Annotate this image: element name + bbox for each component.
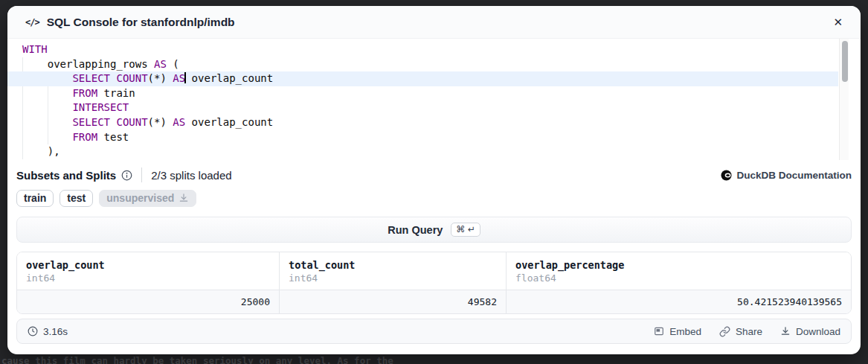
modal-header: </> SQL Console for stanfordnlp/imdb ✕ [7,6,861,39]
code-line[interactable]: ), [7,144,861,159]
sql-text: train [97,87,135,99]
code-line[interactable]: FROM test [7,130,861,145]
duckdb-documentation-label: DuckDB Documentation [736,170,852,181]
sql-keyword: AS [173,116,185,128]
sql-text: overlapping_rows [22,58,154,70]
sql-text: overlap_count [185,116,273,128]
sql-text: ), [22,145,60,157]
split-tag-train[interactable]: train [16,190,54,207]
embed-button[interactable]: Embed [654,326,701,337]
background-page-text: cause this film can hardly be taken seri… [1,355,864,364]
sql-text [22,87,72,99]
sql-editor[interactable]: WITH overlapping_rows AS ( SELECT COUNT(… [7,39,861,160]
table-cell: 49582 [280,290,507,313]
results-footer: 3.16s EmbedShareDownload [16,319,852,344]
sql-keyword: SELECT [72,72,110,84]
footer-actions: EmbedShareDownload [654,326,840,337]
column-header-total_count: total_countint64 [280,252,507,290]
modal-title: SQL Console for stanfordnlp/imdb [47,16,235,29]
download-label: Download [796,326,840,337]
editor-scrollbar-thumb[interactable] [842,41,848,82]
sql-text: ( [167,58,179,70]
table-row: 250004958250.421523940139565 [17,290,851,313]
sql-keyword: COUNT [116,116,147,128]
close-icon[interactable]: ✕ [830,13,846,31]
results-table: overlap_countint64total_countint64overla… [16,252,852,314]
code-line[interactable]: INTERSECT [7,100,861,115]
run-query-button[interactable]: Run Query ⌘ ↵ [16,217,852,243]
column-type: int64 [26,272,270,284]
column-type: float64 [515,272,842,284]
sql-text: (*) [148,116,173,128]
column-name: total_count [289,258,497,272]
sql-text: (*) [148,72,173,84]
sql-keyword: SELECT [72,116,110,128]
query-duration-value: 3.16s [43,326,68,337]
code-area: WITH overlapping_rows AS ( SELECT COUNT(… [7,42,861,159]
split-tag-label: train [24,192,46,204]
column-name: overlap_count [26,258,270,272]
share-label: Share [736,326,762,337]
splits-loaded-status: 2/3 splits loaded [151,169,231,182]
split-tag-label: test [67,192,86,204]
sql-text [22,131,72,143]
sql-text: overlap_count [185,72,273,84]
split-tag-unsupervised[interactable]: unsupervised [99,190,196,207]
table-header-row: overlap_countint64total_countint64overla… [17,252,851,290]
modal-content: Subsets and Splits 2/3 splits loaded Duc… [7,167,861,344]
subsets-title: Subsets and Splits [16,169,116,182]
sql-keyword: AS [173,72,185,84]
sql-keyword: AS [154,58,167,70]
sql-keyword: FROM [72,87,97,99]
sql-keyword: WITH [22,43,48,55]
sql-keyword: FROM [72,131,97,143]
sql-text [22,101,72,113]
info-icon[interactable] [121,170,132,181]
subsets-section-row: Subsets and Splits 2/3 splits loaded Duc… [16,167,852,183]
code-line[interactable]: FROM train [7,86,861,101]
code-line[interactable]: WITH [7,42,861,57]
column-name: overlap_percentage [515,258,842,272]
keyboard-shortcut-badge: ⌘ ↵ [451,223,480,237]
download-icon [780,326,791,336]
share-button[interactable]: Share [719,326,762,337]
sql-console-modal: </> SQL Console for stanfordnlp/imdb ✕ W… [7,6,861,354]
column-header-overlap_count: overlap_countint64 [17,252,280,290]
sql-text [22,116,72,128]
sql-keyword: COUNT [116,72,147,84]
split-tags-row: traintestunsupervised [16,190,852,207]
table-cell: 50.421523940139565 [507,290,851,313]
embed-icon [654,326,664,336]
run-query-label: Run Query [388,224,443,236]
duckdb-documentation-link[interactable]: DuckDB Documentation [721,170,852,181]
table-body: 250004958250.421523940139565 [17,290,851,313]
code-icon: </> [25,17,39,28]
code-line[interactable]: overlapping_rows AS ( [7,57,861,72]
page-background: { "colors": { "keyword": "#770088", "act… [0,0,868,364]
sql-text [22,72,72,84]
code-line[interactable]: SELECT COUNT(*) AS overlap_count [7,71,838,86]
sql-keyword: INTERSECT [72,101,129,113]
editor-scrollbar-track[interactable] [839,39,849,160]
embed-label: Embed [669,326,701,337]
share-icon [719,326,730,337]
duckdb-logo-icon [721,170,732,181]
split-tag-label: unsupervised [106,192,174,204]
download-icon [179,193,189,203]
split-tag-test[interactable]: test [60,190,93,207]
table-cell: 25000 [17,290,280,313]
query-duration: 3.16s [28,326,68,337]
sql-text: test [97,131,129,143]
code-line[interactable]: SELECT COUNT(*) AS overlap_count [7,115,861,130]
column-type: int64 [289,272,497,284]
divider [141,167,142,182]
clock-icon [28,326,38,336]
column-header-overlap_percentage: overlap_percentagefloat64 [507,252,851,290]
download-button[interactable]: Download [780,326,840,337]
